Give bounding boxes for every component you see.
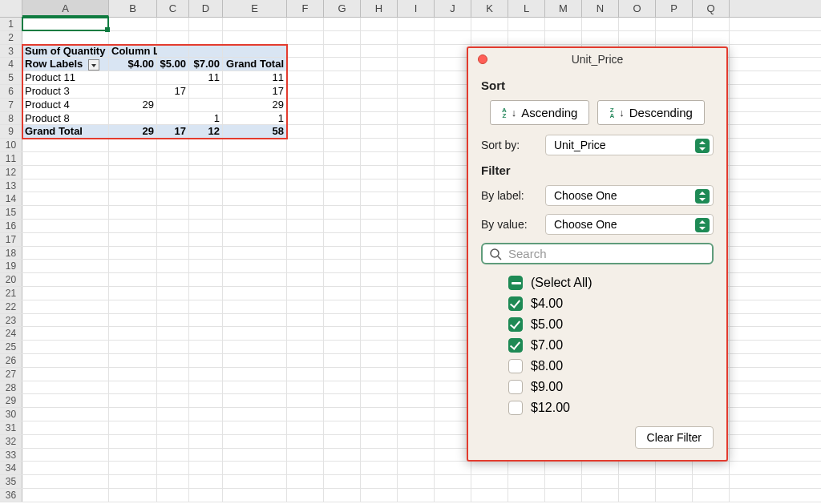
cell[interactable]	[361, 287, 398, 300]
cell[interactable]	[471, 489, 508, 502]
cell[interactable]	[324, 85, 361, 98]
row-header[interactable]: 28	[0, 381, 22, 394]
cell[interactable]	[22, 489, 109, 502]
cell[interactable]	[398, 462, 435, 474]
cell[interactable]	[223, 260, 287, 272]
cell[interactable]	[398, 273, 435, 286]
cell[interactable]	[189, 408, 223, 421]
cell[interactable]	[223, 152, 287, 165]
cell[interactable]	[287, 31, 324, 44]
cell[interactable]	[324, 327, 361, 340]
cell[interactable]	[398, 247, 435, 260]
checkbox-icon[interactable]	[508, 380, 523, 394]
cell[interactable]	[656, 475, 693, 488]
cell[interactable]	[545, 489, 582, 502]
filter-item[interactable]: $9.00	[508, 380, 714, 394]
row-header[interactable]: 27	[0, 368, 22, 381]
cell[interactable]	[471, 18, 508, 30]
cell[interactable]	[157, 273, 189, 286]
cell[interactable]: 1	[223, 112, 287, 125]
cell[interactable]	[656, 18, 693, 30]
row-header[interactable]: 35	[0, 475, 22, 488]
cell[interactable]	[398, 99, 435, 111]
cell[interactable]	[157, 152, 189, 165]
cell[interactable]: Grand Total	[223, 58, 287, 71]
cell[interactable]	[361, 394, 398, 407]
cell[interactable]	[189, 233, 223, 246]
cell[interactable]	[287, 341, 324, 353]
cell[interactable]: 17	[157, 125, 189, 138]
cell[interactable]	[109, 206, 157, 219]
cell[interactable]	[287, 435, 324, 448]
cell[interactable]	[109, 18, 157, 30]
checkbox-icon[interactable]	[508, 359, 523, 373]
cell[interactable]	[361, 462, 398, 474]
cell[interactable]	[287, 192, 324, 205]
cell[interactable]	[361, 58, 398, 71]
cell[interactable]	[398, 435, 435, 448]
cell[interactable]	[324, 166, 361, 179]
cell[interactable]	[361, 179, 398, 192]
cell[interactable]	[361, 125, 398, 138]
cell[interactable]	[157, 220, 189, 232]
row-header[interactable]: 16	[0, 220, 22, 232]
cell[interactable]	[157, 489, 189, 502]
cell[interactable]	[22, 462, 109, 474]
cell[interactable]	[157, 394, 189, 407]
cell[interactable]	[398, 381, 435, 394]
cell[interactable]	[324, 475, 361, 488]
cell[interactable]	[287, 71, 324, 84]
cell[interactable]	[223, 18, 287, 30]
cell[interactable]	[361, 327, 398, 340]
cell[interactable]	[324, 394, 361, 407]
cell[interactable]	[157, 435, 189, 448]
cell[interactable]	[223, 300, 287, 313]
cell[interactable]	[398, 58, 435, 71]
cell[interactable]	[508, 31, 545, 44]
cell[interactable]	[545, 31, 582, 44]
row-header[interactable]: 21	[0, 287, 22, 300]
cell[interactable]	[189, 287, 223, 300]
cell[interactable]	[223, 408, 287, 421]
cell[interactable]	[223, 45, 287, 58]
cell[interactable]: Row Labels	[22, 58, 109, 71]
cell[interactable]	[223, 341, 287, 353]
row-header[interactable]: 11	[0, 152, 22, 165]
cell[interactable]	[361, 260, 398, 272]
cell[interactable]	[22, 166, 109, 179]
checkbox-icon[interactable]	[508, 401, 523, 415]
cell[interactable]	[157, 45, 189, 58]
cell[interactable]	[361, 368, 398, 381]
dropdown-icon[interactable]	[88, 59, 99, 71]
row-header[interactable]: 22	[0, 300, 22, 313]
sort-ascending-button[interactable]: AZ ↓ Ascending	[490, 100, 589, 125]
cell[interactable]	[361, 354, 398, 367]
cell[interactable]	[361, 408, 398, 421]
cell[interactable]	[287, 381, 324, 394]
cell[interactable]	[189, 273, 223, 286]
row-header[interactable]: 7	[0, 99, 22, 111]
filter-item[interactable]: (Select All)	[508, 276, 714, 290]
bylabel-select[interactable]: Choose One	[545, 185, 714, 206]
cell[interactable]	[287, 139, 324, 151]
cell[interactable]	[157, 233, 189, 246]
col-header-H[interactable]: H	[361, 0, 398, 17]
cell[interactable]: Product 8	[22, 112, 109, 125]
cell[interactable]	[109, 300, 157, 313]
cell[interactable]	[189, 260, 223, 272]
cell[interactable]	[324, 31, 361, 44]
cell[interactable]	[619, 18, 656, 30]
cell[interactable]	[157, 139, 189, 151]
cell[interactable]	[223, 381, 287, 394]
checkbox-checked-icon[interactable]	[508, 338, 523, 353]
cell[interactable]	[508, 18, 545, 30]
cell[interactable]: Product 11	[22, 71, 109, 84]
cell[interactable]	[189, 85, 223, 98]
cell[interactable]	[324, 368, 361, 381]
row-header[interactable]: 6	[0, 85, 22, 98]
cell[interactable]: Product 3	[22, 85, 109, 98]
cell[interactable]	[157, 368, 189, 381]
cell[interactable]	[324, 192, 361, 205]
filter-item[interactable]: $5.00	[508, 317, 714, 332]
cell[interactable]	[189, 206, 223, 219]
